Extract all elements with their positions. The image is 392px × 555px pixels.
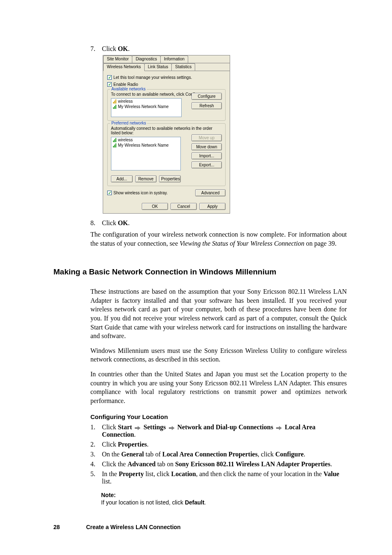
t: In the — [102, 470, 119, 477]
t: list, click — [144, 470, 171, 477]
signal-icon — [113, 143, 116, 147]
t: . — [204, 499, 206, 506]
preferred-listbox[interactable]: wireless My Wireless Network Name — [111, 137, 181, 170]
chapter-title: Create a Wireless LAN Connection — [86, 524, 180, 530]
available-listbox[interactable]: wireless My Wireless Network Name — [111, 98, 182, 117]
tab-site-monitor[interactable]: Site Monitor — [103, 55, 132, 63]
group-available-networks: Available networks To connect to an avai… — [107, 89, 226, 121]
checkbox-icon: ✓ — [107, 191, 112, 195]
note-title: Note: — [101, 492, 347, 498]
t: If your location is not listed, click — [101, 499, 185, 506]
tab-row-lower: Wireless Networks Link Status Statistics — [103, 63, 230, 71]
t: Advanced — [127, 461, 155, 467]
t: . — [304, 451, 305, 458]
tab-link-status[interactable]: Link Status — [144, 63, 172, 71]
tab-information[interactable]: Information — [160, 55, 188, 63]
remove-button[interactable]: Remove — [135, 175, 157, 182]
loc-step-2: 2. Click Properties. — [90, 441, 347, 448]
svg-marker-1 — [169, 426, 175, 430]
t: Location — [171, 470, 196, 477]
list-item-label: wireless — [118, 138, 133, 142]
move-up-button[interactable]: Move up — [191, 134, 222, 141]
checkbox-radio-label: Enable Radio — [113, 82, 138, 87]
t: Local Area Connection Properties — [162, 451, 258, 458]
t: . — [134, 431, 136, 438]
t: Click — [102, 441, 118, 448]
advanced-button[interactable]: Advanced — [195, 189, 226, 196]
t: Configure — [275, 451, 304, 458]
loc-step-4-text: Click the Advanced tab on Sony Ericsson … — [102, 461, 332, 468]
checkbox-tool-manage[interactable]: ✓ Let this tool manage your wireless set… — [107, 75, 226, 80]
loc-step-5-num: 5. — [90, 470, 98, 485]
properties-button[interactable]: Properties — [159, 175, 181, 182]
signal-icon — [113, 105, 116, 109]
completion-link: Viewing the Status of Your Wireless Conn… — [180, 240, 304, 247]
import-button[interactable]: Import... — [191, 152, 222, 159]
signal-icon — [113, 138, 116, 142]
subsection-heading: Configuring Your Location — [90, 413, 347, 420]
list-item[interactable]: wireless — [111, 99, 181, 104]
note-block: Note: If your location is not listed, cl… — [101, 492, 347, 506]
t: tab on — [156, 461, 175, 467]
checkbox-icon: ✓ — [107, 75, 112, 80]
ok-button[interactable]: OK — [142, 203, 168, 210]
loc-step-5-text: In the Property list, click Location, an… — [102, 470, 347, 485]
page-number: 28 — [53, 524, 60, 530]
group-preferred-title: Preferred networks — [110, 121, 147, 125]
step-7-post: . — [128, 45, 130, 52]
intro-para-3: In countries other than the United State… — [90, 370, 347, 405]
step-8-bold: OK — [118, 219, 128, 226]
list-item[interactable]: My Wireless Network Name — [111, 104, 181, 109]
step-7-num: 7. — [90, 45, 98, 53]
cancel-button[interactable]: Cancel — [171, 203, 197, 210]
loc-step-5: 5. In the Property list, click Location,… — [90, 470, 347, 485]
checkbox-systray[interactable]: ✓ Show wireless icon in systray. — [107, 191, 168, 195]
step-7-bold: OK — [118, 45, 128, 52]
dialog-screenshot: Site Monitor Diagnostics Information Wir… — [103, 55, 347, 214]
add-button[interactable]: Add... — [111, 175, 133, 182]
t: Property — [119, 470, 144, 477]
list-item[interactable]: My Wireless Network Name — [111, 143, 180, 148]
t: , click — [258, 451, 275, 458]
tab-row-upper: Site Monitor Diagnostics Information — [103, 55, 230, 63]
refresh-button[interactable]: Refresh — [191, 102, 222, 109]
loc-step-1: 1. Click Start Settings Network and Dial… — [90, 424, 347, 438]
note-body: If your location is not listed, click De… — [101, 499, 347, 506]
tab-diagnostics[interactable]: Diagnostics — [132, 55, 161, 63]
checkbox-enable-radio[interactable]: ✓ Enable Radio — [107, 82, 226, 87]
t: Properties — [118, 441, 147, 448]
t: On the — [102, 451, 121, 458]
t: list. — [102, 478, 112, 485]
t: Value — [323, 470, 339, 477]
t: Network and Dial-up Connections — [178, 424, 273, 431]
svg-marker-2 — [276, 426, 282, 430]
list-item[interactable]: wireless — [111, 137, 180, 143]
tab-statistics[interactable]: Statistics — [171, 63, 195, 71]
step-7: 7. Click OK. — [90, 45, 347, 53]
group-preferred-networks: Preferred networks Automatically connect… — [107, 123, 226, 186]
loc-step-1-num: 1. — [90, 424, 98, 438]
t: , and then click the name of your locati… — [196, 470, 323, 477]
step-8: 8. Click OK. — [90, 219, 347, 227]
apply-button[interactable]: Apply — [199, 203, 226, 210]
dialog-buttons: OK Cancel Apply — [103, 200, 230, 213]
loc-step-4: 4. Click the Advanced tab on Sony Ericss… — [90, 461, 347, 468]
svg-marker-0 — [135, 426, 141, 430]
step-8-text: Click OK. — [102, 219, 130, 227]
list-item-label: wireless — [118, 99, 133, 104]
page-footer: 28 Create a Wireless LAN Connection — [53, 524, 181, 530]
t: Start — [118, 424, 132, 431]
loc-step-3: 3. On the General tab of Local Area Conn… — [90, 451, 347, 458]
move-down-button[interactable]: Move down — [191, 143, 222, 150]
step-8-num: 8. — [90, 219, 98, 227]
checkbox-systray-label: Show wireless icon in systray. — [113, 191, 168, 195]
configure-button[interactable]: Configure — [191, 93, 222, 100]
t: Click — [102, 424, 118, 431]
loc-step-4-num: 4. — [90, 461, 98, 468]
tab-wireless-networks[interactable]: Wireless Networks — [103, 63, 145, 71]
group-preferred-desc: Automatically connect to available netwo… — [111, 126, 222, 135]
checkbox-tool-label: Let this tool manage your wireless setti… — [113, 75, 192, 80]
export-button[interactable]: Export... — [191, 161, 222, 168]
step-7-pre: Click — [102, 45, 118, 52]
step-8-pre: Click — [102, 219, 118, 226]
